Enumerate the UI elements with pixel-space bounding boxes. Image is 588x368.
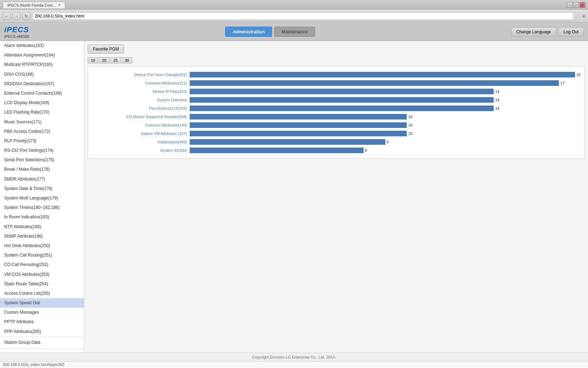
favorite-pgm-button[interactable]: Favorite PGM xyxy=(88,45,124,54)
sidebar-item-custommsg[interactable]: Custom Messages xyxy=(0,308,84,317)
chart-bar xyxy=(190,122,407,128)
sidebar-item-cocall[interactable]: CO Call Rerouting(252) xyxy=(0,260,84,270)
main-content: Alarm Attributes(163) Attendant Assignme… xyxy=(0,41,588,353)
sidebar-item-break[interactable]: Break / Make Ratio(176) xyxy=(0,165,84,174)
menu-icon[interactable]: ≡ xyxy=(582,13,585,19)
sidebar-item-ntp[interactable]: NTP Attributes(195) xyxy=(0,222,84,232)
chart-bar xyxy=(190,89,494,94)
chart-label: System Overview xyxy=(88,98,190,102)
tab-title: iPECS (North Florida Com... xyxy=(7,3,56,7)
app-container: iPECS iPECS eMG80 Administration Mainten… xyxy=(0,23,588,361)
admin-tab[interactable]: Administration xyxy=(225,27,272,37)
page-20-button[interactable]: 20 xyxy=(99,57,109,63)
sidebar-item-systimers[interactable]: System Timers(180~182,186) xyxy=(0,203,84,212)
sidebar-item-hotdesk[interactable]: Hot Desk Attributes(250) xyxy=(0,241,84,251)
page-25-button[interactable]: 25 xyxy=(110,57,121,63)
chart-value: 10 xyxy=(407,131,412,136)
chart-bar-area: 14 xyxy=(190,97,581,103)
refresh-button[interactable]: ↻ xyxy=(22,12,30,20)
chart-bar xyxy=(190,105,494,111)
chart-label: Device Port Num Change(101) xyxy=(88,73,190,77)
chart-value: 8 xyxy=(364,148,367,152)
chart-row: Station VM Attributes (127)10 xyxy=(88,130,581,137)
chart-bar-area: 17 xyxy=(190,80,581,86)
sidebar-item-alarm[interactable]: Alarm Attributes(163) xyxy=(0,41,84,50)
logo-text: iPECS xyxy=(4,25,29,34)
sidebar-item-music[interactable]: Music Sources(171) xyxy=(0,117,84,127)
sidebar-item-inroom[interactable]: In Room Indication(183) xyxy=(0,212,84,222)
page-10-button[interactable]: 10 xyxy=(88,57,98,63)
chart-bar xyxy=(190,114,407,120)
forward-button[interactable]: → xyxy=(13,12,20,20)
browser-navbar: ← → ↻ ☆ ≡ xyxy=(0,10,588,22)
chart-value: 14 xyxy=(494,98,499,102)
chart-row: Device Port Num Change(101)18 xyxy=(88,71,581,79)
chart-bar-area: 10 xyxy=(190,131,581,136)
maintenance-tab[interactable]: Maintenance xyxy=(274,27,315,37)
restore-button[interactable]: □ xyxy=(573,2,579,8)
sidebar-item-attendant[interactable]: Attendant Assignment(164) xyxy=(0,50,84,60)
sidebar-item-pptp[interactable]: PPTP Attributes xyxy=(0,317,84,327)
chart-bar-area: 10 xyxy=(190,122,581,128)
chart-row: CO Device Sequence Number(104)10 xyxy=(88,113,581,121)
sidebar-item-external[interactable]: External Control Contacts(168) xyxy=(0,89,84,98)
chart-bar xyxy=(190,97,494,103)
status-text: 200.168.0.50/a_index.html#pgm262 xyxy=(3,362,65,367)
chart-row: Initialization(450)9 xyxy=(88,138,581,146)
sidebar-item-snmp[interactable]: SNMP Attribute(196) xyxy=(0,232,84,241)
chart-label: Station VM Attributes (127) xyxy=(88,131,190,136)
back-button[interactable]: ← xyxy=(3,12,11,20)
sidebar-item-multicast[interactable]: Multicast RTP/RTCP(165) xyxy=(0,60,84,69)
sidebar-section-stationgroup[interactable]: Station Group Data xyxy=(0,336,84,349)
chart-bar-area: 9 xyxy=(190,139,581,145)
chart-bar-area: 14 xyxy=(190,105,581,111)
chart-bar xyxy=(190,72,575,77)
sidebar-item-syscall[interactable]: System Call Routing(251) xyxy=(0,251,84,260)
sidebar-item-speeddial[interactable]: System Speed Dial xyxy=(0,298,84,308)
chart-bar xyxy=(190,80,559,86)
chart-label: CO Device Sequence Number(104) xyxy=(88,115,190,119)
logo-sub: iPECS eMG80 xyxy=(4,34,29,39)
chart-bar xyxy=(190,131,407,136)
chart-bar-area: 14 xyxy=(190,89,581,94)
sidebar-item-pbx[interactable]: PBX Access Codes(172) xyxy=(0,127,84,136)
sidebar-item-smdr[interactable]: SMDR Attributes(177) xyxy=(0,175,84,184)
sidebar-item-sysmulti[interactable]: System Multi Language(179) xyxy=(0,193,84,203)
sidebar-item-acl[interactable]: Access Control List(255) xyxy=(0,289,84,298)
logout-button[interactable]: Log Out xyxy=(558,27,584,36)
chart-bar xyxy=(190,139,385,145)
chart-value: 18 xyxy=(575,73,581,77)
chart-value: 10 xyxy=(407,123,412,127)
tab-close-icon[interactable]: ✕ xyxy=(58,3,61,7)
browser-tab[interactable]: iPECS (North Florida Com... ✕ xyxy=(3,2,65,8)
sidebar-item-sysdate[interactable]: System Date & Time(178) xyxy=(0,184,84,193)
sidebar-item-led[interactable]: LED Flashing Rate(170) xyxy=(0,108,84,117)
sidebar-item-lcd[interactable]: LCD Display Mode(169) xyxy=(0,98,84,108)
address-bar[interactable] xyxy=(32,12,574,20)
chart-bar-area: 10 xyxy=(190,114,581,120)
chart-value: 14 xyxy=(494,89,499,94)
sidebar-item-rs232[interactable]: RS-232 Port Settings(174) xyxy=(0,146,84,155)
bookmark-icon[interactable]: ☆ xyxy=(576,13,580,19)
sidebar-section-isdn[interactable]: ISDN Line Data xyxy=(0,348,84,353)
header-actions: Change Language Log Out xyxy=(511,27,584,36)
chart-bar-area: 8 xyxy=(190,148,581,153)
change-language-button[interactable]: Change Language xyxy=(511,27,556,36)
sidebar-item-vmcos[interactable]: VM COS Attributes(253) xyxy=(0,270,84,279)
chart-value: 9 xyxy=(385,140,389,144)
sidebar-item-staticroute[interactable]: Static Route Table(254) xyxy=(0,279,84,289)
chart-row: Device IP Plan(103)14 xyxy=(88,88,581,95)
chart-row: Flex Buttons(115/129)14 xyxy=(88,104,581,112)
sidebar-item-serial[interactable]: Serial Port Selections(175) xyxy=(0,155,84,165)
page-30-button[interactable]: 30 xyxy=(122,57,132,63)
chart-label: Device IP Plan(103) xyxy=(88,89,190,94)
chart-row: System Overview14 xyxy=(88,96,581,104)
sidebar-item-ppp[interactable]: PPP Attributes(205) xyxy=(0,327,84,336)
sidebar-item-rlp[interactable]: RLP Priority(173) xyxy=(0,136,84,146)
sidebar-item-did[interactable]: DID/DISA Destination(167) xyxy=(0,79,84,89)
chart-row: Common Attributes(140)10 xyxy=(88,121,581,129)
minimize-button[interactable]: ─ xyxy=(567,2,573,8)
close-button[interactable]: ✕ xyxy=(580,2,585,8)
sidebar-item-disa-cos[interactable]: DISA COS(166) xyxy=(0,70,84,79)
status-bar: 200.168.0.50/a_index.html#pgm262 xyxy=(0,361,588,368)
